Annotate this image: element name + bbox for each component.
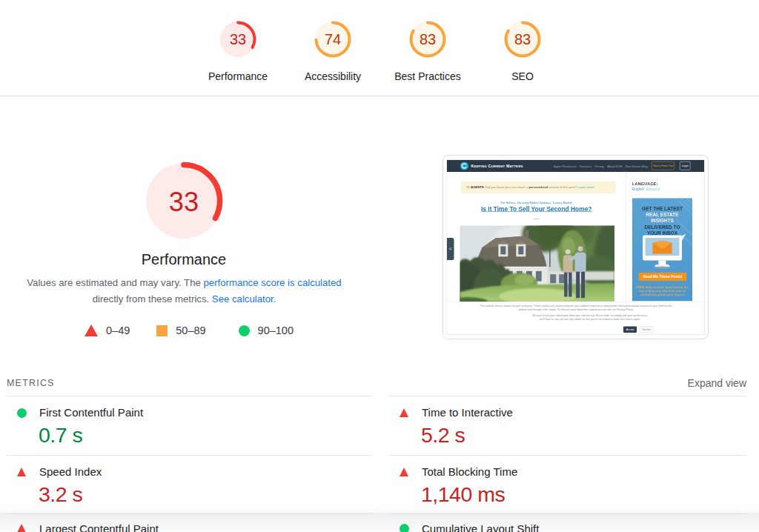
svg-text:83: 83: [514, 31, 531, 47]
svg-text:83: 83: [420, 31, 436, 47]
svg-text:74: 74: [325, 31, 341, 47]
svg-text:33: 33: [169, 187, 199, 217]
svg-text:33: 33: [230, 31, 246, 47]
